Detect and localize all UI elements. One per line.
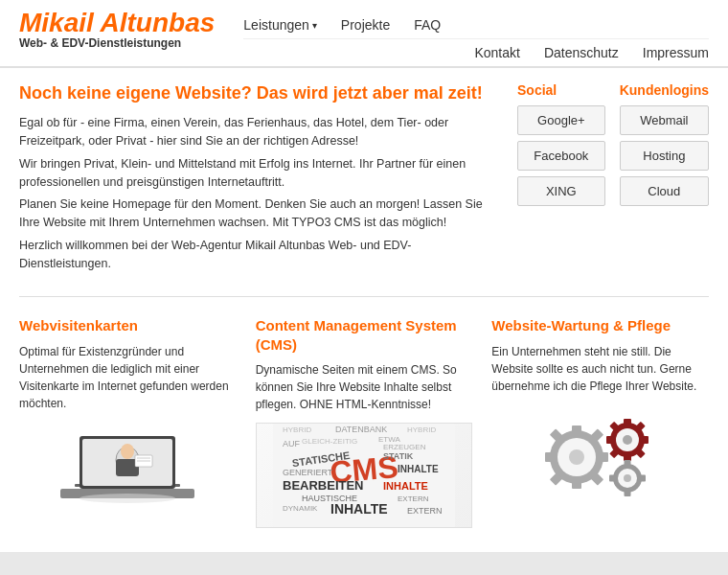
hosting-button[interactable]: Hosting [620, 141, 709, 171]
svg-text:EXTERN: EXTERN [407, 506, 443, 516]
services-section: Webvisitenkarten Optimal für Existenzgrü… [19, 316, 709, 528]
svg-rect-46 [642, 436, 648, 444]
hero-section: Noch keine eigene Website? Das wird jetz… [19, 82, 709, 272]
nav-faq[interactable]: FAQ [414, 17, 441, 33]
svg-rect-55 [624, 460, 630, 466]
service-text-2: Dynamische Seiten mit einem CMS. So könn… [256, 361, 473, 413]
laptop-illustration [19, 422, 237, 527]
hero-content: Noch keine eigene Website? Das wird jetz… [19, 82, 498, 272]
section-divider [19, 296, 709, 297]
social-col: Social Google+ Facebook XING [517, 82, 605, 272]
nav-kontakt[interactable]: Kontakt [474, 45, 519, 60]
nav-projekte[interactable]: Projekte [341, 17, 390, 33]
hero-para-1: Egal ob für - eine Firma, einen Verein, … [19, 114, 498, 150]
logo-title: Mikail Altunbas [19, 10, 215, 36]
svg-text:INHALTE: INHALTE [330, 501, 388, 517]
main-content: Noch keine eigene Website? Das wird jetz… [0, 68, 728, 542]
svg-point-52 [623, 435, 632, 445]
service-wartung: Website-Wartung & Pflege Ein Unternehmen… [491, 316, 709, 528]
svg-text:INHALTE: INHALTE [383, 480, 428, 492]
footer-bar [0, 552, 728, 575]
hero-para-2: Wir bringen Privat, Klein- und Mittelsta… [19, 155, 498, 192]
svg-text:BEARBEITEN: BEARBEITEN [283, 478, 364, 493]
svg-text:STATIK: STATIK [383, 451, 414, 461]
logo-subtitle: Web- & EDV-Dienstleistungen [19, 36, 215, 50]
nav-impressum[interactable]: Impressum [643, 45, 709, 60]
kundenlogins-title: Kundenlogins [620, 82, 709, 98]
svg-text:AUF: AUF [283, 439, 301, 448]
hero-para-4: Herzlich willkommen bei der Web-Agentur … [19, 237, 498, 273]
nav-area: Leistungen ▾ Projekte FAQ Kontakt Datens… [243, 10, 709, 66]
kundenlogins-col: Kundenlogins Webmail Hosting Cloud [620, 82, 709, 272]
cms-svg: CMS STATISCHE STATIK INHALTE BEARBEITEN … [273, 423, 455, 528]
svg-point-41 [569, 449, 584, 465]
svg-rect-44 [624, 419, 631, 426]
footer-link-1[interactable] [19, 560, 22, 573]
svg-rect-34 [572, 480, 581, 489]
facebook-button[interactable]: Facebook [517, 141, 605, 171]
svg-rect-56 [624, 491, 630, 496]
google-plus-button[interactable]: Google+ [517, 105, 605, 135]
svg-text:GLEICH-ZEITIG: GLEICH-ZEITIG [302, 437, 357, 446]
service-title-3: Website-Wartung & Pflege [491, 316, 709, 335]
svg-rect-45 [624, 454, 631, 461]
cms-illustration: CMS STATISCHE STATIK INHALTE BEARBEITEN … [256, 423, 473, 528]
service-text-3: Ein Unternehmen steht nie still. Die Web… [491, 343, 709, 395]
svg-text:INHALTE: INHALTE [398, 464, 439, 474]
laptop-svg [51, 426, 204, 522]
logo-area: Mikail Altunbas Web- & EDV-Dienstleistun… [19, 10, 215, 59]
nav-top: Leistungen ▾ Projekte FAQ [243, 10, 709, 39]
svg-point-10 [80, 494, 175, 503]
service-webvisitenkarten: Webvisitenkarten Optimal für Existenzgrü… [19, 316, 237, 528]
svg-text:GENERIERT: GENERIERT [283, 468, 333, 477]
hero-text: Egal ob für - eine Firma, einen Verein, … [19, 114, 498, 272]
cloud-button[interactable]: Cloud [620, 176, 709, 206]
social-title: Social [517, 82, 605, 98]
footer-link-2[interactable] [51, 560, 54, 573]
nav-leistungen-label: Leistungen [243, 17, 309, 33]
hero-title: Noch keine eigene Website? Das wird jetz… [19, 82, 498, 104]
svg-rect-47 [606, 436, 613, 444]
hero-para-3: Planen Sie keine Homepage für den Moment… [19, 196, 498, 232]
svg-text:ERZEUGEN: ERZEUGEN [383, 443, 426, 451]
svg-rect-36 [545, 452, 554, 462]
svg-rect-33 [572, 426, 581, 434]
svg-point-5 [121, 444, 134, 459]
webmail-button[interactable]: Webmail [620, 105, 709, 135]
svg-text:DATENBANK: DATENBANK [335, 425, 387, 434]
xing-button[interactable]: XING [517, 176, 605, 206]
gear-illustration [491, 404, 709, 510]
svg-text:DYNAMIK: DYNAMIK [283, 504, 318, 513]
header: Mikail Altunbas Web- & EDV-Dienstleistun… [0, 0, 728, 68]
service-title-2: Content Management System (CMS) [256, 316, 473, 354]
svg-text:HYBRID: HYBRID [283, 426, 311, 434]
footer-link-3[interactable] [83, 560, 86, 573]
svg-rect-35 [600, 452, 608, 462]
nav-leistungen[interactable]: Leistungen ▾ [243, 17, 317, 33]
service-text-1: Optimal für Existenzgründer und Unterneh… [19, 343, 237, 412]
dropdown-arrow-icon: ▾ [312, 20, 317, 31]
service-title-1: Webvisitenkarten [19, 316, 237, 335]
svg-point-59 [624, 474, 631, 482]
nav-bottom: Kontakt Datenschutz Impressum [243, 39, 709, 66]
svg-rect-57 [640, 474, 646, 481]
sidebar: Social Google+ Facebook XING Kundenlogin… [517, 82, 709, 272]
service-cms: Content Management System (CMS) Dynamisc… [256, 316, 473, 528]
svg-rect-58 [609, 474, 615, 481]
svg-text:EXTERN: EXTERN [398, 494, 429, 503]
gears-svg [524, 409, 677, 505]
svg-text:HYBRID: HYBRID [407, 426, 436, 434]
nav-datenschutz[interactable]: Datenschutz [544, 45, 619, 60]
